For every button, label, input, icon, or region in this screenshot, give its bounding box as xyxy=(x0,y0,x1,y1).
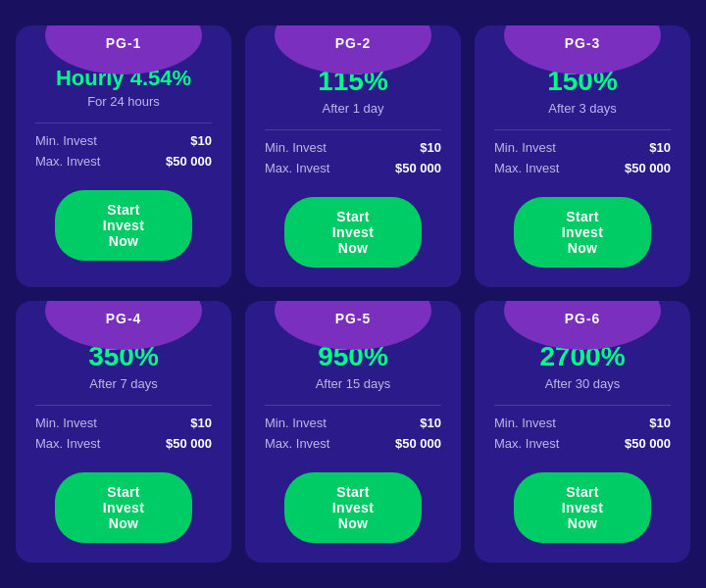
min-invest-label: Min. Invest xyxy=(494,416,556,430)
max-invest-label: Max. Invest xyxy=(35,436,100,451)
max-invest-label: Max. Invest xyxy=(494,161,559,175)
min-invest-row: Min. Invest $10 xyxy=(35,416,212,430)
max-invest-row: Max. Invest $50 000 xyxy=(265,436,441,451)
plan-card-pg-5: PG-5 950% After 15 days Min. Invest $10 … xyxy=(245,301,461,563)
max-invest-label: Max. Invest xyxy=(265,161,329,175)
plan-duration: For 24 hours xyxy=(87,94,160,109)
plan-card-pg-4: PG-4 350% After 7 days Min. Invest $10 M… xyxy=(16,301,231,563)
min-invest-value: $10 xyxy=(190,416,212,430)
min-invest-value: $10 xyxy=(649,140,671,155)
card-header: PG-6 xyxy=(475,301,690,334)
max-invest-value: $50 000 xyxy=(395,161,441,175)
min-invest-label: Min. Invest xyxy=(494,140,556,155)
min-invest-row: Min. Invest $10 xyxy=(494,416,671,430)
plan-card-pg-6: PG-6 2700% After 30 days Min. Invest $10… xyxy=(475,301,690,563)
start-invest-button[interactable]: Start Invest Now xyxy=(514,472,651,543)
min-invest-row: Min. Invest $10 xyxy=(265,416,441,430)
plan-card-pg-1: PG-1 Hourly 4.54% For 24 hours Min. Inve… xyxy=(16,25,231,287)
card-header: PG-1 xyxy=(16,25,231,59)
plan-card-pg-2: PG-2 115% After 1 day Min. Invest $10 Ma… xyxy=(245,25,461,287)
max-invest-row: Max. Invest $50 000 xyxy=(265,161,441,175)
divider xyxy=(35,122,212,123)
max-invest-label: Max. Invest xyxy=(35,154,100,169)
min-invest-label: Min. Invest xyxy=(265,416,327,430)
plan-duration: After 15 days xyxy=(316,376,391,391)
min-invest-value: $10 xyxy=(649,416,671,430)
max-invest-value: $50 000 xyxy=(625,161,671,175)
plan-name: PG-1 xyxy=(106,35,142,51)
min-invest-value: $10 xyxy=(420,416,441,430)
start-invest-button[interactable]: Start Invest Now xyxy=(284,472,422,543)
start-invest-button[interactable]: Start Invest Now xyxy=(55,472,192,543)
min-invest-label: Min. Invest xyxy=(35,416,97,430)
start-invest-button[interactable]: Start Invest Now xyxy=(284,197,422,268)
start-invest-button[interactable]: Start Invest Now xyxy=(55,190,192,261)
max-invest-value: $50 000 xyxy=(625,436,671,451)
min-invest-label: Min. Invest xyxy=(265,140,327,155)
plan-card-pg-3: PG-3 150% After 3 days Min. Invest $10 M… xyxy=(475,25,690,287)
plan-duration: After 1 day xyxy=(323,101,384,116)
max-invest-row: Max. Invest $50 000 xyxy=(494,161,671,175)
min-invest-row: Min. Invest $10 xyxy=(35,133,212,148)
investment-plans-grid: PG-1 Hourly 4.54% For 24 hours Min. Inve… xyxy=(16,25,690,563)
start-invest-button[interactable]: Start Invest Now xyxy=(514,197,651,268)
card-header: PG-2 xyxy=(245,25,461,59)
plan-duration: After 30 days xyxy=(545,376,621,391)
plan-name: PG-2 xyxy=(335,35,372,51)
plan-name: PG-5 xyxy=(335,311,372,326)
divider xyxy=(494,405,671,406)
card-body: Hourly 4.54% For 24 hours Min. Invest $1… xyxy=(16,59,231,268)
max-invest-row: Max. Invest $50 000 xyxy=(35,154,212,169)
min-invest-value: $10 xyxy=(190,133,212,148)
card-body: 2700% After 30 days Min. Invest $10 Max.… xyxy=(475,334,690,543)
max-invest-value: $50 000 xyxy=(166,154,212,169)
min-invest-row: Min. Invest $10 xyxy=(265,140,441,155)
divider xyxy=(265,129,441,130)
min-invest-value: $10 xyxy=(420,140,441,155)
divider xyxy=(494,129,671,130)
card-body: 150% After 3 days Min. Invest $10 Max. I… xyxy=(475,59,690,268)
card-body: 350% After 7 days Min. Invest $10 Max. I… xyxy=(16,334,231,543)
min-invest-label: Min. Invest xyxy=(35,133,97,148)
plan-name: PG-3 xyxy=(565,35,601,51)
card-header: PG-3 xyxy=(475,25,690,59)
max-invest-label: Max. Invest xyxy=(265,436,329,451)
plan-name: PG-4 xyxy=(106,311,142,326)
card-body: 115% After 1 day Min. Invest $10 Max. In… xyxy=(245,59,461,268)
card-header: PG-4 xyxy=(16,301,231,334)
max-invest-label: Max. Invest xyxy=(494,436,559,451)
min-invest-row: Min. Invest $10 xyxy=(494,140,671,155)
max-invest-row: Max. Invest $50 000 xyxy=(494,436,671,451)
divider xyxy=(265,405,441,406)
card-body: 950% After 15 days Min. Invest $10 Max. … xyxy=(245,334,461,543)
plan-duration: After 3 days xyxy=(548,101,616,116)
max-invest-value: $50 000 xyxy=(395,436,441,451)
max-invest-value: $50 000 xyxy=(166,436,212,451)
plan-name: PG-6 xyxy=(565,311,601,326)
plan-duration: After 7 days xyxy=(89,376,157,391)
card-header: PG-5 xyxy=(245,301,461,334)
divider xyxy=(35,405,212,406)
max-invest-row: Max. Invest $50 000 xyxy=(35,436,212,451)
